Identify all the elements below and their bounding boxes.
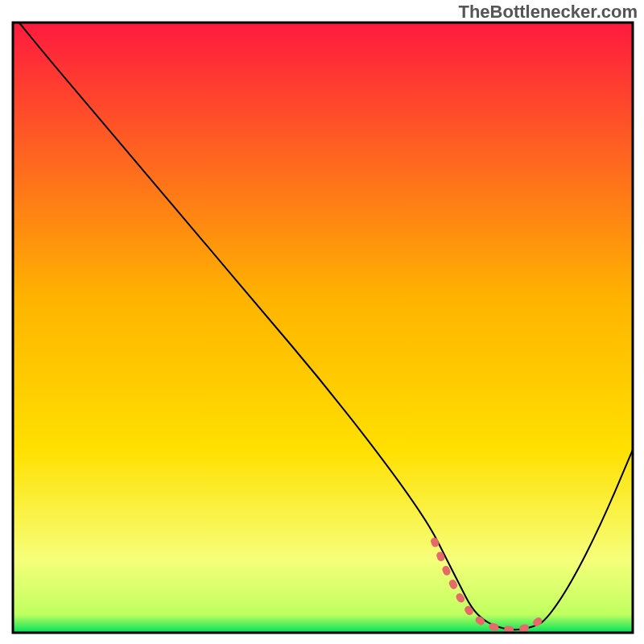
attribution-text: TheBottlenecker.com <box>458 2 638 23</box>
bottleneck-chart <box>0 0 644 644</box>
plot-background <box>13 23 633 633</box>
